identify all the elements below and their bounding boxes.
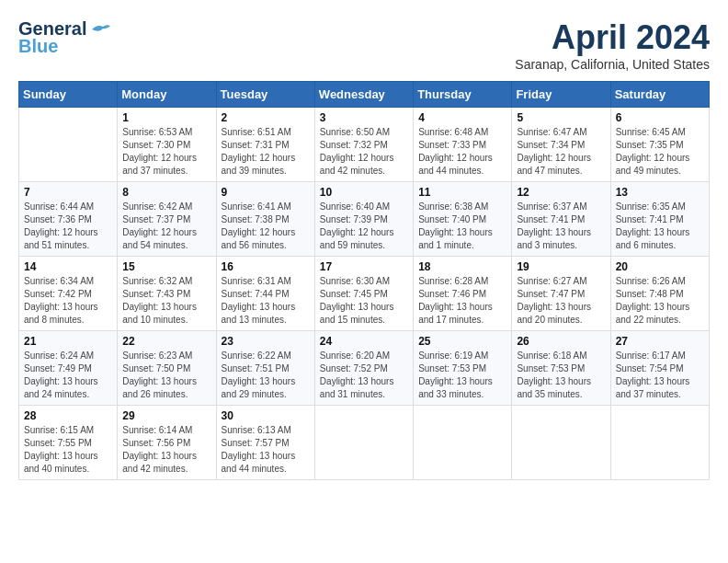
day-info: Sunrise: 6:37 AMSunset: 7:41 PMDaylight:… <box>517 201 605 252</box>
day-info: Sunrise: 6:35 AMSunset: 7:41 PMDaylight:… <box>616 201 704 252</box>
calendar-day-cell: 6Sunrise: 6:45 AMSunset: 7:35 PMDaylight… <box>610 108 709 182</box>
calendar-day-cell: 29Sunrise: 6:14 AMSunset: 7:56 PMDayligh… <box>118 406 216 480</box>
day-info: Sunrise: 6:34 AMSunset: 7:42 PMDaylight:… <box>24 275 112 327</box>
day-number: 27 <box>616 335 704 348</box>
calendar-day-cell: 25Sunrise: 6:19 AMSunset: 7:53 PMDayligh… <box>414 331 512 406</box>
day-info: Sunrise: 6:41 AMSunset: 7:38 PMDaylight:… <box>222 201 310 252</box>
calendar-header-thursday: Thursday <box>414 82 512 108</box>
calendar-header-friday: Friday <box>512 82 610 108</box>
calendar-day-cell: 28Sunrise: 6:15 AMSunset: 7:55 PMDayligh… <box>19 406 118 480</box>
calendar-empty-cell <box>512 406 610 480</box>
day-info: Sunrise: 6:51 AMSunset: 7:31 PMDaylight:… <box>222 126 310 178</box>
day-number: 12 <box>517 186 605 199</box>
calendar-day-cell: 27Sunrise: 6:17 AMSunset: 7:54 PMDayligh… <box>610 331 709 406</box>
day-number: 23 <box>222 335 310 348</box>
day-number: 8 <box>122 186 210 199</box>
day-info: Sunrise: 6:19 AMSunset: 7:53 PMDaylight:… <box>418 350 506 401</box>
day-info: Sunrise: 6:26 AMSunset: 7:48 PMDaylight:… <box>616 275 704 327</box>
calendar-empty-cell <box>314 406 413 480</box>
day-number: 2 <box>222 111 310 124</box>
calendar-day-cell: 30Sunrise: 6:13 AMSunset: 7:57 PMDayligh… <box>216 406 314 480</box>
calendar-day-cell: 1Sunrise: 6:53 AMSunset: 7:30 PMDaylight… <box>118 108 216 182</box>
day-info: Sunrise: 6:28 AMSunset: 7:46 PMDaylight:… <box>418 275 506 327</box>
day-info: Sunrise: 6:45 AMSunset: 7:35 PMDaylight:… <box>616 126 704 178</box>
day-info: Sunrise: 6:22 AMSunset: 7:51 PMDaylight:… <box>222 350 310 401</box>
calendar-day-cell: 24Sunrise: 6:20 AMSunset: 7:52 PMDayligh… <box>314 331 413 406</box>
day-number: 9 <box>222 186 310 199</box>
calendar-day-cell: 12Sunrise: 6:37 AMSunset: 7:41 PMDayligh… <box>512 182 610 257</box>
calendar-day-cell: 14Sunrise: 6:34 AMSunset: 7:42 PMDayligh… <box>19 257 118 331</box>
day-number: 10 <box>320 186 408 199</box>
day-info: Sunrise: 6:31 AMSunset: 7:44 PMDaylight:… <box>222 275 310 327</box>
day-info: Sunrise: 6:17 AMSunset: 7:54 PMDaylight:… <box>616 350 704 401</box>
header: General Blue April 2024 Saranap, Califor… <box>18 18 710 72</box>
day-number: 13 <box>616 186 704 199</box>
day-info: Sunrise: 6:13 AMSunset: 7:57 PMDaylight:… <box>222 424 310 476</box>
calendar-day-cell: 20Sunrise: 6:26 AMSunset: 7:48 PMDayligh… <box>610 257 709 331</box>
calendar-day-cell: 5Sunrise: 6:47 AMSunset: 7:34 PMDaylight… <box>512 108 610 182</box>
day-info: Sunrise: 6:27 AMSunset: 7:47 PMDaylight:… <box>517 275 605 327</box>
calendar-day-cell: 11Sunrise: 6:38 AMSunset: 7:40 PMDayligh… <box>414 182 512 257</box>
calendar-header-saturday: Saturday <box>610 82 709 108</box>
calendar: SundayMondayTuesdayWednesdayThursdayFrid… <box>18 81 710 480</box>
calendar-empty-cell <box>19 108 118 182</box>
calendar-day-cell: 13Sunrise: 6:35 AMSunset: 7:41 PMDayligh… <box>610 182 709 257</box>
day-number: 25 <box>418 335 506 348</box>
day-info: Sunrise: 6:24 AMSunset: 7:49 PMDaylight:… <box>24 350 112 401</box>
day-number: 18 <box>418 260 506 273</box>
day-number: 30 <box>222 409 310 422</box>
day-number: 24 <box>320 335 408 348</box>
calendar-header-monday: Monday <box>118 82 216 108</box>
day-info: Sunrise: 6:48 AMSunset: 7:33 PMDaylight:… <box>418 126 506 178</box>
calendar-week-row: 28Sunrise: 6:15 AMSunset: 7:55 PMDayligh… <box>19 406 710 480</box>
calendar-week-row: 21Sunrise: 6:24 AMSunset: 7:49 PMDayligh… <box>19 331 710 406</box>
day-number: 22 <box>122 335 210 348</box>
logo: General Blue <box>18 18 110 57</box>
logo-text-blue: Blue <box>18 36 58 57</box>
title-section: April 2024 Saranap, California, United S… <box>515 18 710 72</box>
day-number: 3 <box>320 111 408 124</box>
calendar-header-wednesday: Wednesday <box>314 82 413 108</box>
day-number: 26 <box>517 335 605 348</box>
day-number: 6 <box>616 111 704 124</box>
calendar-day-cell: 3Sunrise: 6:50 AMSunset: 7:32 PMDaylight… <box>314 108 413 182</box>
calendar-day-cell: 16Sunrise: 6:31 AMSunset: 7:44 PMDayligh… <box>216 257 314 331</box>
day-number: 16 <box>222 260 310 273</box>
calendar-day-cell: 8Sunrise: 6:42 AMSunset: 7:37 PMDaylight… <box>118 182 216 257</box>
calendar-day-cell: 4Sunrise: 6:48 AMSunset: 7:33 PMDaylight… <box>414 108 512 182</box>
calendar-day-cell: 10Sunrise: 6:40 AMSunset: 7:39 PMDayligh… <box>314 182 413 257</box>
calendar-header-tuesday: Tuesday <box>216 82 314 108</box>
logo-bird-icon <box>90 22 110 37</box>
day-info: Sunrise: 6:44 AMSunset: 7:36 PMDaylight:… <box>24 201 112 252</box>
day-info: Sunrise: 6:20 AMSunset: 7:52 PMDaylight:… <box>320 350 408 401</box>
day-info: Sunrise: 6:30 AMSunset: 7:45 PMDaylight:… <box>320 275 408 327</box>
calendar-day-cell: 23Sunrise: 6:22 AMSunset: 7:51 PMDayligh… <box>216 331 314 406</box>
calendar-day-cell: 9Sunrise: 6:41 AMSunset: 7:38 PMDaylight… <box>216 182 314 257</box>
calendar-day-cell: 7Sunrise: 6:44 AMSunset: 7:36 PMDaylight… <box>19 182 118 257</box>
day-number: 1 <box>122 111 210 124</box>
calendar-empty-cell <box>610 406 709 480</box>
calendar-day-cell: 18Sunrise: 6:28 AMSunset: 7:46 PMDayligh… <box>414 257 512 331</box>
day-info: Sunrise: 6:14 AMSunset: 7:56 PMDaylight:… <box>122 424 210 476</box>
calendar-week-row: 1Sunrise: 6:53 AMSunset: 7:30 PMDaylight… <box>19 108 710 182</box>
day-info: Sunrise: 6:23 AMSunset: 7:50 PMDaylight:… <box>122 350 210 401</box>
calendar-day-cell: 26Sunrise: 6:18 AMSunset: 7:53 PMDayligh… <box>512 331 610 406</box>
calendar-empty-cell <box>414 406 512 480</box>
day-number: 4 <box>418 111 506 124</box>
day-number: 11 <box>418 186 506 199</box>
calendar-header-sunday: Sunday <box>19 82 118 108</box>
calendar-week-row: 14Sunrise: 6:34 AMSunset: 7:42 PMDayligh… <box>19 257 710 331</box>
calendar-day-cell: 17Sunrise: 6:30 AMSunset: 7:45 PMDayligh… <box>314 257 413 331</box>
calendar-day-cell: 21Sunrise: 6:24 AMSunset: 7:49 PMDayligh… <box>19 331 118 406</box>
day-info: Sunrise: 6:42 AMSunset: 7:37 PMDaylight:… <box>122 201 210 252</box>
day-info: Sunrise: 6:47 AMSunset: 7:34 PMDaylight:… <box>517 126 605 178</box>
day-number: 29 <box>122 409 210 422</box>
day-info: Sunrise: 6:50 AMSunset: 7:32 PMDaylight:… <box>320 126 408 178</box>
calendar-day-cell: 15Sunrise: 6:32 AMSunset: 7:43 PMDayligh… <box>118 257 216 331</box>
day-number: 20 <box>616 260 704 273</box>
calendar-week-row: 7Sunrise: 6:44 AMSunset: 7:36 PMDaylight… <box>19 182 710 257</box>
calendar-day-cell: 22Sunrise: 6:23 AMSunset: 7:50 PMDayligh… <box>118 331 216 406</box>
day-number: 15 <box>122 260 210 273</box>
day-info: Sunrise: 6:15 AMSunset: 7:55 PMDaylight:… <box>24 424 112 476</box>
calendar-day-cell: 19Sunrise: 6:27 AMSunset: 7:47 PMDayligh… <box>512 257 610 331</box>
